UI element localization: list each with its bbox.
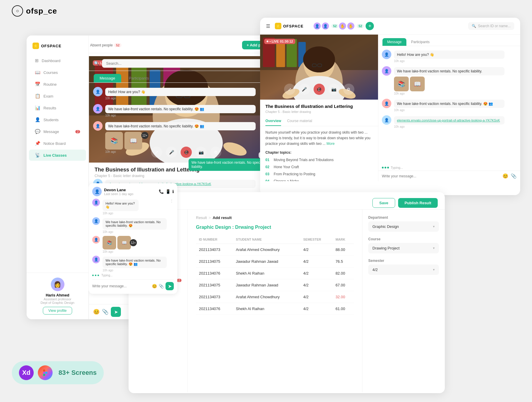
course-video-controls: ⤢ 🎤 📵 📷 ⚙ bbox=[284, 84, 354, 95]
row4-mark: 67.00 bbox=[332, 279, 354, 291]
course-end-call-btn[interactable]: 📵 bbox=[314, 84, 325, 95]
course-mic-btn[interactable]: 🎤 bbox=[299, 84, 310, 95]
chat-msg-text-3: We have lake-front vaction rentals. No s… bbox=[105, 122, 256, 130]
table-row-2: 2021134075 Jawadur Rahman Jawad 4/2 76.5 bbox=[196, 256, 354, 268]
course-live-label: • LIVE bbox=[270, 40, 279, 43]
course-chapter: Chapter 5 - Basic letter drawing bbox=[260, 110, 378, 116]
add-participant-button[interactable]: + bbox=[366, 22, 374, 30]
overlay-emoji-icon[interactable]: 😊 bbox=[152, 284, 157, 288]
chapter-topics-title: Chapter topics: bbox=[265, 150, 373, 155]
chat-emoji-icon[interactable]: 😊 bbox=[93, 309, 100, 315]
right-attach-icon[interactable]: 📎 bbox=[511, 173, 517, 179]
right-tab-participants[interactable]: Participants bbox=[406, 38, 434, 46]
xd-icon: Xd bbox=[19, 365, 34, 380]
right-emoji-icon[interactable]: 😊 bbox=[502, 173, 508, 179]
sidebar-label-notice-board: Notice Board bbox=[43, 141, 66, 146]
tab-message[interactable]: Message bbox=[94, 74, 121, 82]
right-participant-icons: 👤 👤 52 ✋ ✋ 52 + bbox=[313, 22, 374, 30]
topic-3: 03 From Practicing to Posting bbox=[265, 171, 373, 178]
overlay-msg-text-1: Hello! How are you? 👋 bbox=[103, 200, 139, 211]
absent-label: Absent people bbox=[90, 43, 113, 47]
chat-send-button[interactable]: ➤ bbox=[111, 307, 121, 317]
participant-icon-3: ✋ bbox=[338, 22, 347, 30]
sidebar-item-notice-board[interactable]: 📌 Notice Board bbox=[29, 138, 86, 149]
right-search-bar: 🔍 Search ID or name... bbox=[468, 22, 514, 30]
svg-rect-0 bbox=[43, 369, 45, 372]
menu-icon[interactable]: ☰ bbox=[266, 23, 270, 29]
overlay-msg-more-1[interactable]: ⋮ bbox=[170, 199, 174, 203]
row6-semester: 4/2 bbox=[300, 303, 332, 315]
sidebar-item-results[interactable]: 📊 Results bbox=[29, 102, 86, 114]
course-tab-material[interactable]: Course material bbox=[287, 116, 312, 126]
view-profile-button[interactable]: View profile bbox=[43, 307, 72, 315]
course-dropdown[interactable]: Drawing Project ▾ bbox=[368, 243, 439, 253]
right-chat-img-1: 📚 bbox=[394, 77, 409, 91]
overlay-send-button[interactable]: ➤ bbox=[166, 282, 174, 290]
topic-num-2: 02 bbox=[265, 165, 271, 169]
row3-id: 2021134076 bbox=[196, 268, 233, 279]
overlay-info-icon[interactable]: ℹ bbox=[172, 189, 174, 194]
svg-rect-1 bbox=[45, 369, 47, 372]
overlay-msg-2: 👤 We have lake-front vaction rentals. No… bbox=[92, 217, 174, 234]
row3-mark: 82.00 bbox=[332, 268, 354, 279]
course-more-link[interactable]: More bbox=[327, 142, 335, 146]
col-mark: MARK bbox=[332, 235, 354, 244]
right-chat-avatar-2: 👤 bbox=[382, 66, 391, 76]
sidebar-item-message[interactable]: 💬 Message 2 bbox=[29, 126, 86, 137]
sidebar-item-exam[interactable]: 📋 Exam bbox=[29, 90, 86, 102]
table-row-5: 2021134073 Arafat Ahmed Chowdhury 4/2 32… bbox=[196, 291, 354, 303]
sidebar-item-live-classes[interactable]: 📡 Live Classes bbox=[29, 150, 86, 161]
sidebar-item-routine[interactable]: 📅 Routine bbox=[29, 79, 86, 90]
search-icon: 🔍 bbox=[94, 61, 100, 66]
table-row-3: 2021134076 Shekh Al Raihan 4/2 82.00 bbox=[196, 268, 354, 279]
right-chat-avatar-3: 👤 bbox=[382, 99, 391, 108]
overlay-attach-icon[interactable]: 📎 bbox=[159, 284, 164, 288]
chat-msg-time-1: 10h ago bbox=[105, 97, 272, 100]
chat-avatar-3: 👤 bbox=[93, 121, 103, 131]
dept-arrow-icon: ▾ bbox=[433, 225, 435, 228]
save-button[interactable]: Save bbox=[372, 198, 395, 208]
row1-id: 2021134073 bbox=[196, 244, 233, 256]
chat-attach-icon[interactable]: 📎 bbox=[102, 309, 108, 315]
tab-participants[interactable]: Participants bbox=[123, 74, 155, 82]
row2-semester: 4/2 bbox=[300, 256, 332, 268]
right-chat-body-2: We have lake-front vaction rentals. No s… bbox=[394, 66, 517, 95]
absent-stat: ✋ Absent people 52 bbox=[84, 43, 121, 47]
overlay-call-icon[interactable]: 📞 bbox=[159, 189, 164, 194]
profile-name: Haris Ahmed bbox=[46, 293, 69, 297]
publish-button[interactable]: Publish Result bbox=[398, 198, 438, 208]
course-settings-btn[interactable]: ⚙ bbox=[343, 84, 354, 95]
topic-num-4: 04 bbox=[265, 179, 271, 181]
overlay-msg-avatar-2: 👤 bbox=[92, 217, 100, 225]
overlay-msg-body-3: 📚 📖 12+ 10h ago bbox=[103, 236, 137, 253]
badge-strip: Xd 83+ Screens bbox=[12, 361, 104, 384]
course-expand-btn[interactable]: ⤢ bbox=[284, 84, 295, 95]
typing-dot-2 bbox=[385, 167, 386, 168]
course-tab-overview[interactable]: Overview bbox=[265, 116, 281, 126]
course-cam-btn[interactable]: 📷 bbox=[328, 84, 340, 95]
topic-num-1: 01 bbox=[265, 158, 271, 162]
chat-search-input[interactable] bbox=[102, 59, 279, 68]
right-chat-input[interactable] bbox=[382, 174, 500, 178]
overlay-phone-icon[interactable]: 📱 bbox=[166, 189, 171, 194]
overlay-message-input[interactable] bbox=[92, 284, 150, 288]
overlay-img-count: 12+ bbox=[130, 239, 137, 246]
right-tab-message[interactable]: Message bbox=[382, 38, 406, 46]
overlay-name-block: Devon Lane Last seen 1 day ago bbox=[104, 188, 133, 196]
right-chat-msg-4: 👤 elements.envato.com/close-up-portrait-… bbox=[382, 115, 517, 128]
sidebar-item-dashboard[interactable]: ⊞ Dashboard bbox=[29, 55, 86, 66]
sidebar-item-courses[interactable]: 📖 Courses bbox=[29, 67, 86, 78]
students-icon: 👤 bbox=[35, 117, 40, 122]
result-side-panel: Department Graphic Design ▾ Course Drawi… bbox=[362, 210, 445, 392]
sidebar-profile: 👩 Haris Ahmed Assistant professor Dept o… bbox=[27, 273, 88, 319]
profile-role: Assistant professor bbox=[44, 297, 72, 301]
semester-dropdown[interactable]: 4/2 ▾ bbox=[368, 265, 439, 275]
dept-dropdown[interactable]: Graphic Design ▾ bbox=[368, 221, 439, 232]
row2-mark: 76.5 bbox=[332, 256, 354, 268]
typing-dots bbox=[382, 167, 389, 168]
right-chat-link-1[interactable]: elements.envato.com/close-up-portrait-of… bbox=[397, 119, 500, 122]
result-subject-title: Graphic Design : Drwaing Project bbox=[196, 225, 354, 230]
right-chat-time-4: 10h ago bbox=[394, 125, 517, 128]
row6-mark: 61.00 bbox=[332, 303, 354, 315]
sidebar-item-students[interactable]: 👤 Students bbox=[29, 114, 86, 125]
